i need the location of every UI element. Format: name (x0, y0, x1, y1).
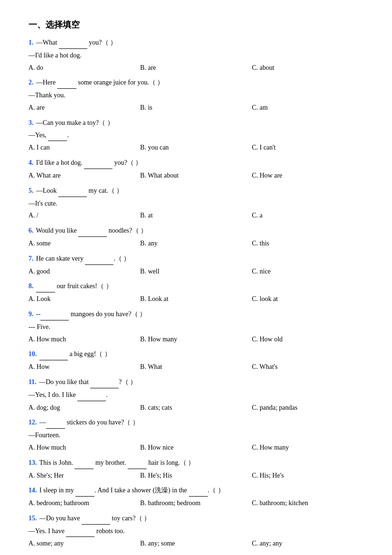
q11-optA: A. dog; dog (28, 402, 140, 414)
q3-num: 3. (28, 119, 34, 126)
q8-optC: C. look at (252, 293, 364, 305)
q6-optC: C. this (252, 238, 364, 249)
q5-line1: —Look my cat.（ ） (36, 187, 123, 194)
q3-line1: —Can you make a toy?（ ） (36, 119, 114, 126)
q7-optB: B. well (140, 266, 252, 277)
q3-optA: A. I can (28, 142, 140, 153)
q4-optC: C. How are (252, 170, 364, 181)
question-8: 8. our fruit cakes!（ ） A. Look B. Look a… (28, 281, 364, 305)
q13-line1: This is John. my brother. hair is long.（… (39, 459, 195, 466)
q15-options: A. some; any B. any; some C. any; any (28, 538, 364, 549)
q1-optC: C. about (252, 62, 364, 74)
question-5: 5. —Look my cat.（ ） —It's cute. A. / B. … (28, 185, 364, 221)
q1-line1: —What you?（ ） (36, 39, 117, 46)
q12-num: 12. (28, 419, 37, 426)
q10-options: A. How B. What C. What's (28, 361, 364, 373)
question-9: 9. -- mangoes do you have?（ ） --- Five. … (28, 309, 364, 345)
q12-optB: B. How nice (140, 442, 252, 453)
section1: 一、选择填空 1. —What you?（ ） —I'd like a hot … (28, 19, 364, 549)
q4-num: 4. (28, 159, 34, 166)
q9-num: 9. (28, 310, 34, 318)
q5-num: 5. (28, 187, 34, 194)
question-14: 14. I sleep in my . And I take a shower … (28, 485, 364, 509)
q1-optB: B. are (140, 62, 252, 74)
q2-num: 2. (28, 79, 34, 86)
question-3: 3. —Can you make a toy?（ ） —Yes, . A. I … (28, 117, 364, 153)
q12-line1: — stickers do you have?（ ） (39, 419, 139, 426)
q12-optA: A. How much (28, 442, 140, 453)
q7-num: 7. (28, 255, 34, 262)
q3-optB: B. you can (140, 142, 252, 153)
q13-options: A. She's; Her B. He's; His C. His; He's (28, 470, 364, 481)
q5-line2: —It's cute. (28, 198, 364, 209)
q11-num: 11. (28, 378, 37, 386)
question-13: 13. This is John. my brother. hair is lo… (28, 457, 364, 481)
q14-optC: C. bathroom; kitchen (252, 498, 364, 509)
q15-num: 15. (28, 515, 37, 522)
question-6: 6. Would you like noodles?（ ） A. some B.… (28, 225, 364, 249)
q1-num: 1. (28, 39, 34, 46)
q6-optA: A. some (28, 238, 140, 249)
q8-optB: B. Look at (140, 293, 252, 305)
q14-num: 14. (28, 487, 37, 494)
q7-line1: He can skate very .（ ） (36, 255, 130, 262)
q14-optB: B. bathroom; bedroom (140, 498, 252, 509)
q9-optB: B. How many (140, 334, 252, 345)
q12-line2: —Fourteen. (28, 430, 364, 441)
q2-line1: —Here some orange juice for you.（ ） (36, 79, 164, 86)
question-12: 12. — stickers do you have?（ ） —Fourteen… (28, 417, 364, 453)
q13-num: 13. (28, 459, 37, 466)
section1-title: 一、选择填空 (28, 19, 364, 30)
question-7: 7. He can skate very .（ ） A. good B. wel… (28, 253, 364, 277)
q7-options: A. good B. well C. nice (28, 266, 364, 277)
question-4: 4. I'd like a hot dog. you?（ ） A. What a… (28, 157, 364, 181)
question-2: 2. —Here some orange juice for you.（ ） —… (28, 77, 364, 113)
q13-optB: B. He's; His (140, 470, 252, 481)
q11-line1: —Do you like that ?（ ） (39, 378, 137, 386)
q4-options: A. What are B. What about C. How are (28, 170, 364, 181)
q2-optC: C. am (252, 102, 364, 113)
q1-optA: A. do (28, 62, 140, 74)
question-15: 15. —Do you have toy cars?（ ） —Yes. I ha… (28, 513, 364, 549)
q5-optC: C. a (252, 210, 364, 221)
q14-line1: I sleep in my . And I take a shower (洗澡)… (39, 487, 224, 494)
q4-optA: A. What are (28, 170, 140, 181)
q12-optC: C. How many (252, 442, 364, 453)
q14-options: A. bedroom; bathroom B. bathroom; bedroo… (28, 498, 364, 509)
q10-num: 10. (28, 350, 37, 357)
question-10: 10. a big egg!（ ） A. How B. What C. What… (28, 348, 364, 373)
q15-optA: A. some; any (28, 538, 140, 549)
q8-line1: our fruit cakes!（ ） (36, 282, 112, 290)
q15-line2: —Yes. I have robots too. (28, 526, 364, 537)
q7-optA: A. good (28, 266, 140, 277)
q9-line2: --- Five. (28, 321, 364, 333)
q2-optB: B. is (140, 102, 252, 113)
q11-line2: —Yes, I do. I like . (28, 389, 364, 401)
question-11: 11. —Do you like that ?（ ） —Yes, I do. I… (28, 376, 364, 413)
q7-optC: C. nice (252, 266, 364, 277)
q8-optA: A. Look (28, 293, 140, 305)
q14-optA: A. bedroom; bathroom (28, 498, 140, 509)
q10-optB: B. What (140, 361, 252, 373)
q2-line2: —Thank you. (28, 90, 364, 101)
q3-optC: C. I can't (252, 142, 364, 153)
q15-optC: C. any; any (252, 538, 364, 549)
q15-optB: B. any; some (140, 538, 252, 549)
q1-line2: —I'd like a hot dog. (28, 50, 364, 61)
q8-options: A. Look B. Look at C. look at (28, 293, 364, 305)
q6-num: 6. (28, 227, 34, 234)
q10-optA: A. How (28, 361, 140, 373)
q6-line1: Would you like noodles?（ ） (36, 227, 147, 234)
q13-optA: A. She's; Her (28, 470, 140, 481)
q6-optB: B. any (140, 238, 252, 249)
q11-options: A. dog; dog B. cats; cats C. panda; pand… (28, 402, 364, 414)
q1-options: A. do B. are C. about (28, 62, 364, 74)
q6-options: A. some B. any C. this (28, 238, 364, 249)
q3-options: A. I can B. you can C. I can't (28, 142, 364, 153)
question-1: 1. —What you?（ ） —I'd like a hot dog. A.… (28, 37, 364, 73)
q9-line1: -- mangoes do you have?（ ） (36, 310, 146, 318)
q5-optA: A. / (28, 210, 140, 221)
q4-line1: I'd like a hot dog. you?（ ） (36, 159, 142, 166)
q13-optC: C. His; He's (252, 470, 364, 481)
q11-optB: B. cats; cats (140, 402, 252, 414)
